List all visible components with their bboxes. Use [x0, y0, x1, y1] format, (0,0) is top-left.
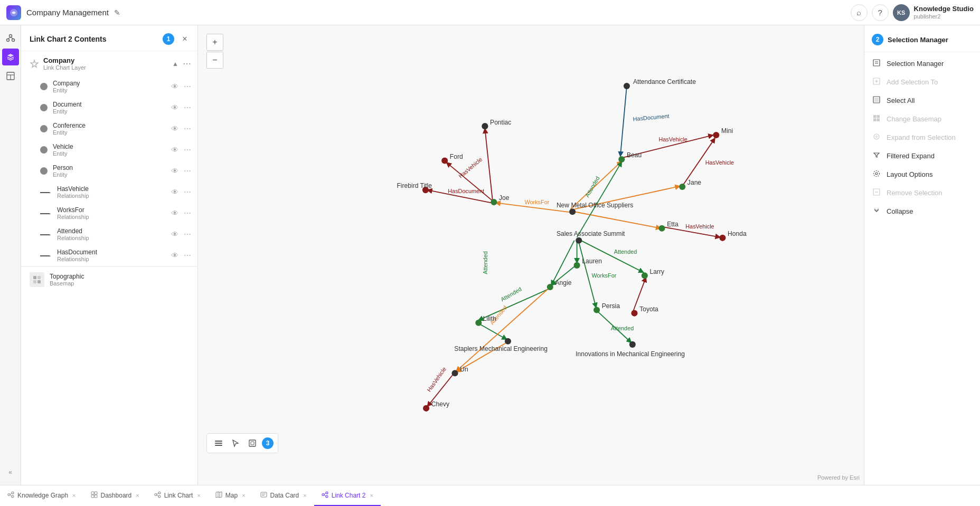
- svg-point-83: [593, 307, 600, 313]
- layer-item-more-button[interactable]: ⋯: [184, 188, 191, 196]
- layer-item-more-button[interactable]: ⋯: [184, 125, 191, 133]
- edit-icon[interactable]: ✎: [114, 8, 120, 17]
- node-beau[interactable]: Beau: [618, 151, 642, 163]
- map-controls: + −: [206, 34, 223, 69]
- menu-item-layout-options[interactable]: Layout Options: [864, 165, 980, 184]
- layer-item-person[interactable]: Person Entity 👁 ⋯: [32, 160, 197, 182]
- node-larry[interactable]: Larry: [642, 268, 665, 279]
- node-mini[interactable]: Mini: [713, 127, 733, 138]
- tab-icon-knowledge-graph: [7, 491, 14, 500]
- svg-marker-135: [216, 492, 222, 498]
- svg-text:Staplers Mechanical Engineerin: Staplers Mechanical Engineering: [454, 345, 548, 352]
- node-etta[interactable]: Etta: [658, 221, 678, 232]
- layer-item-conference[interactable]: Conference Entity 👁 ⋯: [32, 118, 197, 139]
- visibility-toggle-icon[interactable]: 👁: [171, 209, 178, 217]
- tab-knowledge-graph[interactable]: Knowledge Graph ×: [0, 485, 83, 506]
- help-button[interactable]: ?: [872, 4, 889, 21]
- node-angie[interactable]: Angie: [547, 279, 572, 290]
- svg-rect-138: [261, 492, 267, 497]
- menu-item-select-all[interactable]: Select All: [864, 91, 980, 110]
- layer-item-more-button[interactable]: ⋯: [184, 230, 191, 238]
- svg-text:Beau: Beau: [627, 151, 642, 159]
- layer-item-hasvehicle[interactable]: HasVehicle Relationship 👁 ⋯: [32, 182, 197, 203]
- search-button[interactable]: ⌕: [851, 4, 868, 21]
- layer-item-worksfor[interactable]: WorksFor Relationship 👁 ⋯: [32, 203, 197, 224]
- rail-icon-layers[interactable]: [2, 49, 19, 65]
- layer-item-document[interactable]: Document Entity 👁 ⋯: [32, 97, 197, 118]
- svg-line-37: [551, 241, 574, 285]
- layer-group-header[interactable]: Company Link Chart Layer ▲ ⋯: [21, 51, 197, 76]
- node-chevy[interactable]: Chevy: [423, 400, 450, 412]
- node-jane[interactable]: Jane: [679, 179, 701, 190]
- entity-dot-icon: [40, 83, 48, 90]
- node-attendance-cert[interactable]: Attendance Certificate: [624, 78, 696, 89]
- node-persia[interactable]: Persia: [593, 302, 620, 313]
- tab-link-chart-2[interactable]: Link Chart 2 ×: [314, 485, 381, 506]
- visibility-toggle-icon[interactable]: 👁: [171, 167, 178, 175]
- sidebar-panel: Link Chart 2 Contents 1 × Company Link C…: [21, 25, 198, 485]
- node-lauren[interactable]: Lauren: [574, 257, 602, 269]
- layer-item-more-button[interactable]: ⋯: [184, 146, 191, 154]
- svg-line-144: [324, 493, 326, 494]
- tab-close-data-card[interactable]: ×: [303, 492, 306, 499]
- zoom-out-button[interactable]: −: [206, 52, 223, 69]
- node-un[interactable]: Un: [451, 366, 468, 377]
- layer-group-more-button[interactable]: ⋯: [183, 59, 191, 69]
- layer-item-info: Document Entity: [53, 101, 166, 114]
- visibility-toggle-icon[interactable]: 👁: [171, 188, 178, 196]
- visibility-toggle-icon[interactable]: 👁: [171, 103, 178, 112]
- layer-item-more-button[interactable]: ⋯: [184, 209, 191, 217]
- layer-item-type: Relationship: [57, 214, 166, 220]
- svg-point-79: [642, 272, 648, 279]
- entity-dot-icon: [40, 146, 48, 154]
- rail-icon-network[interactable]: [2, 30, 19, 46]
- visibility-toggle-icon[interactable]: 👁: [171, 230, 178, 238]
- zoom-in-button[interactable]: +: [206, 34, 223, 51]
- svg-text:Attendance Certificate: Attendance Certificate: [633, 78, 696, 85]
- node-sales-assoc[interactable]: Sales Associate Summit: [557, 230, 625, 244]
- visibility-toggle-icon[interactable]: 👁: [171, 125, 178, 133]
- layer-item-hasdocument[interactable]: HasDocument Relationship 👁 ⋯: [32, 245, 197, 266]
- tab-close-knowledge-graph[interactable]: ×: [72, 492, 76, 499]
- node-innovations[interactable]: Innovations in Mechanical Engineering: [576, 341, 685, 358]
- tab-map[interactable]: Map ×: [208, 485, 253, 506]
- layer-item-vehicle[interactable]: Vehicle Entity 👁 ⋯: [32, 139, 197, 160]
- layer-item-info: Person Entity: [53, 164, 166, 178]
- node-new-metal[interactable]: New Metal Office Suppliers: [557, 202, 633, 215]
- tab-link-chart[interactable]: Link Chart ×: [147, 485, 208, 506]
- node-ford[interactable]: Ford: [441, 153, 463, 164]
- menu-item-filtered-expand[interactable]: Filtered Expand: [864, 147, 980, 165]
- menu-item-collapse[interactable]: Collapse: [864, 202, 980, 221]
- tab-label-dashboard: Dashboard: [101, 492, 132, 499]
- tab-close-link-chart-2[interactable]: ×: [370, 492, 373, 499]
- tab-close-link-chart[interactable]: ×: [197, 492, 200, 499]
- layer-item-more-button[interactable]: ⋯: [184, 251, 191, 260]
- layer-item-more-button[interactable]: ⋯: [184, 103, 191, 112]
- tab-dashboard[interactable]: Dashboard ×: [83, 485, 147, 506]
- visibility-toggle-icon[interactable]: 👁: [171, 146, 178, 154]
- list-view-button[interactable]: [211, 436, 226, 451]
- tab-close-map[interactable]: ×: [242, 492, 245, 499]
- svg-text:Chevy: Chevy: [431, 400, 450, 408]
- frame-button[interactable]: [245, 436, 260, 451]
- node-firebird[interactable]: Firebird Title: [397, 182, 432, 193]
- select-button[interactable]: [228, 436, 243, 451]
- visibility-toggle-icon[interactable]: 👁: [171, 251, 178, 260]
- node-pontiac[interactable]: Pontiac: [482, 119, 511, 130]
- layer-item-company[interactable]: Company Entity 👁 ⋯: [32, 76, 197, 97]
- menu-item-selection-manager[interactable]: Selection Manager: [864, 54, 980, 73]
- entity-dot-icon: [40, 104, 48, 111]
- visibility-toggle-icon[interactable]: 👁: [171, 82, 178, 91]
- tab-data-card[interactable]: Data Card ×: [253, 485, 314, 506]
- layer-item-more-button[interactable]: ⋯: [184, 167, 191, 175]
- layer-item-more-button[interactable]: ⋯: [184, 82, 191, 91]
- node-honda[interactable]: Honda: [719, 230, 747, 241]
- map-area[interactable]: HasDocument HasVehicle HasDocument HasVe…: [198, 25, 864, 485]
- sidebar-close-button[interactable]: ×: [178, 33, 191, 45]
- layer-item-attended[interactable]: Attended Relationship 👁 ⋯: [32, 224, 197, 245]
- tab-close-dashboard[interactable]: ×: [136, 492, 139, 499]
- rail-icon-table[interactable]: [2, 68, 19, 84]
- node-staplers[interactable]: Staplers Mechanical Engineering: [454, 338, 548, 352]
- rail-icon-collapse[interactable]: «: [2, 464, 19, 481]
- node-toyota[interactable]: Toyota: [631, 305, 658, 317]
